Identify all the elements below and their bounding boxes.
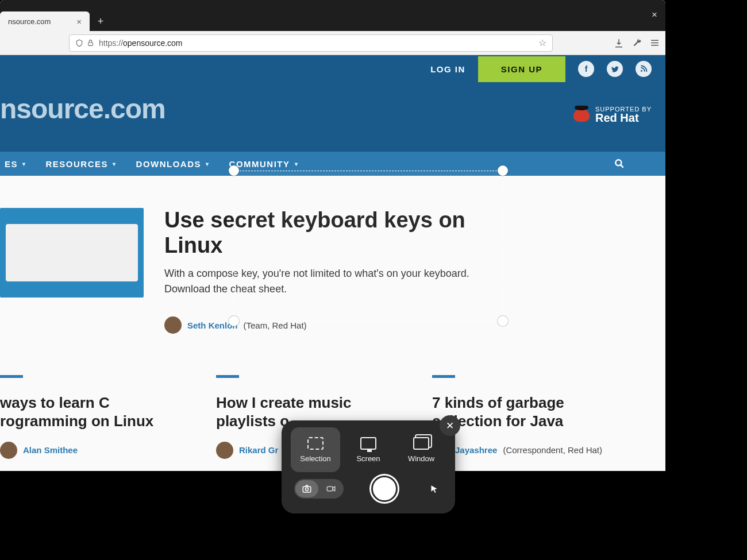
video-icon bbox=[326, 484, 336, 494]
url-box[interactable]: https://opensource.com ☆ bbox=[69, 34, 553, 52]
redhat-label: Red Hat bbox=[595, 111, 652, 125]
tab-strip: nsource.com × + × bbox=[0, 0, 665, 31]
card-accent-bar bbox=[432, 375, 455, 378]
mode-screen-label: Screen bbox=[356, 454, 380, 463]
downloads-icon[interactable] bbox=[614, 38, 624, 48]
chevron-down-icon: ▾ bbox=[22, 161, 26, 167]
capture-mode-row: Selection Screen Window bbox=[282, 420, 455, 472]
login-link[interactable]: LOG IN bbox=[430, 64, 465, 74]
url-text: https://opensource.com bbox=[99, 38, 183, 48]
hero-image[interactable] bbox=[0, 208, 144, 298]
screenshot-selection-rect[interactable] bbox=[234, 171, 503, 321]
redhat-text: SUPPORTED BY Red Hat bbox=[595, 106, 652, 125]
address-bar-row: https://opensource.com ☆ bbox=[0, 31, 665, 55]
twitter-icon[interactable] bbox=[607, 61, 623, 77]
lock-icon bbox=[87, 39, 94, 47]
cursor-icon bbox=[430, 485, 438, 493]
article-card[interactable]: 7 kinds of garbage collection for Java J… bbox=[432, 375, 627, 458]
svg-point-2 bbox=[615, 160, 621, 165]
mode-selection-button[interactable]: Selection bbox=[291, 427, 340, 472]
author-name[interactable]: Rikard Gr bbox=[239, 445, 278, 455]
card-accent-bar bbox=[216, 375, 239, 378]
nav-item-downloads[interactable]: DOWNLOADS▾ bbox=[132, 159, 214, 169]
tab-close-button[interactable]: × bbox=[74, 16, 84, 28]
bookmark-star-icon[interactable]: ☆ bbox=[538, 37, 546, 48]
svg-rect-5 bbox=[327, 486, 333, 491]
mode-window-label: Window bbox=[408, 454, 434, 463]
site-header: nsource.com SUPPORTED BY Red Hat bbox=[0, 83, 665, 152]
wrench-icon[interactable] bbox=[632, 38, 642, 48]
site-security-area[interactable] bbox=[75, 39, 94, 47]
url-scheme: https:// bbox=[99, 38, 123, 48]
screenshot-close-button[interactable]: ✕ bbox=[440, 415, 460, 436]
article-card[interactable]: ways to learn C rogramming on Linux Alan… bbox=[0, 375, 195, 458]
sidebar-panel-close[interactable]: × bbox=[652, 9, 657, 21]
browser-tab[interactable]: nsource.com × bbox=[0, 11, 90, 31]
selection-handle-tr[interactable] bbox=[498, 165, 508, 176]
site-topbar: LOG IN SIGN UP f bbox=[0, 55, 665, 83]
avatar bbox=[216, 442, 233, 459]
nav-item-articles[interactable]: ES▾ bbox=[0, 159, 31, 169]
nav-item-resources[interactable]: RESOURCES▾ bbox=[41, 159, 121, 169]
nav-label: DOWNLOADS bbox=[136, 159, 202, 169]
author-role: (Correspondent, Red Hat) bbox=[503, 445, 602, 455]
show-pointer-toggle[interactable] bbox=[425, 485, 442, 493]
chevron-down-icon: ▾ bbox=[295, 161, 299, 167]
camera-icon bbox=[302, 484, 312, 494]
desktop: nsource.com × + × https://opensource.com… bbox=[0, 0, 747, 560]
hamburger-menu-icon[interactable] bbox=[650, 38, 660, 48]
avatar bbox=[0, 442, 17, 459]
url-host: opensource.com bbox=[123, 38, 183, 48]
supported-by-redhat[interactable]: SUPPORTED BY Red Hat bbox=[573, 106, 652, 125]
capture-shutter-button[interactable] bbox=[371, 476, 398, 502]
svg-rect-0 bbox=[88, 43, 93, 45]
shield-icon bbox=[75, 39, 83, 47]
nav-search-icon[interactable] bbox=[614, 158, 625, 169]
rss-icon[interactable] bbox=[636, 61, 652, 77]
mode-screen-button[interactable]: Screen bbox=[344, 427, 393, 472]
chevron-down-icon: ▾ bbox=[113, 161, 117, 167]
author-name[interactable]: Alan Smithee bbox=[23, 445, 78, 455]
card-accent-bar bbox=[0, 375, 23, 378]
still-video-toggle bbox=[294, 479, 344, 499]
avatar[interactable] bbox=[164, 316, 182, 334]
card-title: ways to learn C rogramming on Linux bbox=[0, 394, 195, 430]
selection-handle-bl[interactable] bbox=[229, 316, 239, 326]
mode-window-button[interactable]: Window bbox=[396, 427, 446, 472]
card-title: 7 kinds of garbage collection for Java bbox=[432, 394, 627, 430]
selection-rect-icon bbox=[307, 437, 324, 450]
site-logo[interactable]: nsource.com bbox=[0, 93, 165, 125]
redhat-fedora-icon bbox=[573, 109, 590, 122]
mode-selection-label: Selection bbox=[300, 454, 330, 463]
toolbar-right-icons bbox=[614, 38, 660, 48]
screenshot-toolbar: ✕ Selection Screen Window bbox=[282, 420, 455, 513]
author-name[interactable]: Jayashree bbox=[455, 445, 497, 455]
still-capture-option[interactable] bbox=[295, 480, 318, 497]
facebook-icon[interactable]: f bbox=[578, 61, 594, 77]
svg-point-4 bbox=[305, 488, 308, 491]
signup-button[interactable]: SIGN UP bbox=[478, 56, 565, 82]
nav-label: ES bbox=[5, 159, 18, 169]
screen-icon bbox=[360, 437, 376, 450]
window-icon bbox=[413, 437, 429, 450]
author-role: (Team, Red Hat) bbox=[244, 320, 307, 330]
svg-point-1 bbox=[641, 70, 642, 72]
new-tab-button[interactable]: + bbox=[92, 13, 109, 30]
capture-action-row bbox=[282, 472, 455, 502]
tab-title: nsource.com bbox=[8, 17, 51, 26]
video-capture-option[interactable] bbox=[319, 480, 342, 497]
chevron-down-icon: ▾ bbox=[206, 161, 210, 167]
selection-handle-tl[interactable] bbox=[229, 165, 239, 176]
nav-label: RESOURCES bbox=[46, 159, 109, 169]
selection-handle-br[interactable] bbox=[498, 316, 508, 326]
